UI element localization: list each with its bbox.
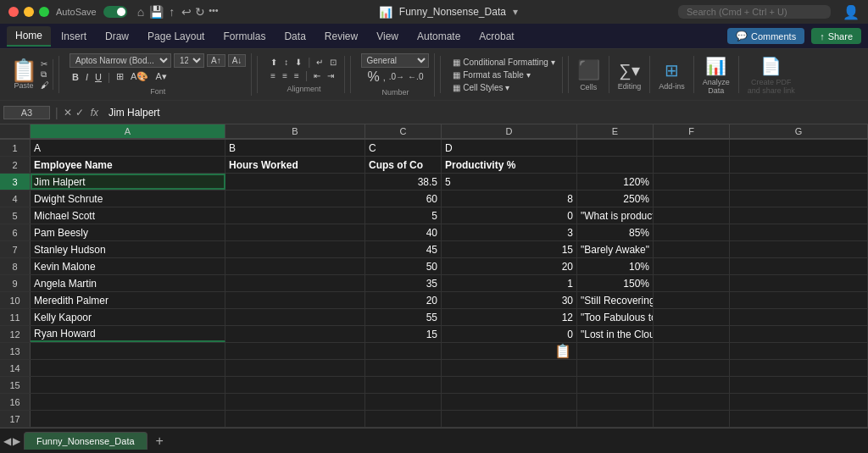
cell-a3[interactable]: Jim Halpert xyxy=(31,174,225,190)
font-select[interactable]: Aptos Narrow (Bod... xyxy=(70,53,171,68)
cell-a9[interactable]: Angela Martin xyxy=(31,275,225,291)
chevron-down-icon[interactable]: ▾ xyxy=(513,6,518,18)
cell-b16[interactable] xyxy=(225,394,365,410)
formula-input[interactable] xyxy=(105,106,865,119)
font-color-button[interactable]: A▾ xyxy=(153,70,169,83)
format-painter-icon[interactable]: 🖌 xyxy=(41,80,49,90)
tab-draw[interactable]: Draw xyxy=(97,27,137,46)
cell-e6[interactable]: 85% xyxy=(577,224,654,240)
cell-e13[interactable] xyxy=(577,343,654,359)
cell-a1[interactable]: A xyxy=(31,140,225,156)
cell-g3[interactable] xyxy=(730,174,868,190)
align-top-button[interactable]: ⬆ xyxy=(268,56,280,68)
cell-d10[interactable]: 30 xyxy=(442,292,577,308)
cell-b1[interactable]: B xyxy=(225,140,365,156)
col-header-g[interactable]: G xyxy=(730,124,868,139)
autosave-toggle[interactable] xyxy=(103,6,127,18)
col-header-a[interactable]: A xyxy=(31,124,225,139)
tab-acrobat[interactable]: Acrobat xyxy=(470,27,522,46)
tab-data[interactable]: Data xyxy=(275,27,314,46)
cell-b12[interactable] xyxy=(225,326,365,342)
cell-c17[interactable] xyxy=(365,411,442,427)
cell-g6[interactable] xyxy=(730,224,868,240)
tab-home[interactable]: Home xyxy=(7,26,51,47)
cancel-formula-icon[interactable]: ✕ xyxy=(64,107,72,119)
cell-g5[interactable] xyxy=(730,207,868,224)
cell-d6[interactable]: 3 xyxy=(442,224,577,240)
cut-icon[interactable]: ✂ xyxy=(41,59,49,69)
cell-e15[interactable] xyxy=(577,377,654,393)
cell-e1[interactable] xyxy=(577,140,654,156)
cell-g15[interactable] xyxy=(730,377,868,393)
cell-f4[interactable] xyxy=(654,191,730,207)
cell-a17[interactable] xyxy=(31,411,225,427)
cell-f16[interactable] xyxy=(654,394,730,410)
home-icon[interactable]: ⌂ xyxy=(137,5,144,19)
tab-insert[interactable]: Insert xyxy=(53,27,95,46)
window-controls[interactable] xyxy=(8,7,49,17)
cell-d12[interactable]: 0 xyxy=(442,326,577,342)
cell-e4[interactable]: 250% xyxy=(577,191,654,207)
close-button[interactable] xyxy=(8,7,19,17)
cell-c8[interactable]: 50 xyxy=(365,258,442,274)
cell-b15[interactable] xyxy=(225,377,365,393)
cell-c14[interactable] xyxy=(365,360,442,376)
createpdf-group[interactable]: 📄 Create PDF and share link xyxy=(744,52,798,97)
cell-f3[interactable] xyxy=(654,174,730,190)
cell-g9[interactable] xyxy=(730,275,868,291)
cell-b2[interactable]: Hours Worked xyxy=(225,157,365,173)
cell-f11[interactable] xyxy=(654,309,730,325)
align-left-button[interactable]: ≡ xyxy=(268,69,278,81)
cell-b17[interactable] xyxy=(225,411,365,427)
cell-a10[interactable]: Meredith Palmer xyxy=(31,292,225,308)
select-all-corner[interactable] xyxy=(0,124,31,139)
cell-d11[interactable]: 12 xyxy=(442,309,577,325)
cell-b4[interactable] xyxy=(225,191,365,207)
cell-b8[interactable] xyxy=(225,258,365,274)
prev-sheet-icon[interactable]: ◀ xyxy=(3,435,11,447)
confirm-formula-icon[interactable]: ✓ xyxy=(75,107,84,119)
align-bottom-button[interactable]: ⬇ xyxy=(292,56,304,68)
cell-d17[interactable] xyxy=(442,411,577,427)
border-button[interactable]: ⊞ xyxy=(114,70,126,83)
cell-b9[interactable] xyxy=(225,275,365,291)
cell-f2[interactable] xyxy=(654,157,730,173)
cell-d3[interactable]: 5 xyxy=(442,174,577,190)
cell-c4[interactable]: 60 xyxy=(365,191,442,207)
more-commands-icon[interactable]: ••• xyxy=(209,5,219,19)
align-middle-button[interactable]: ↕ xyxy=(281,56,291,68)
tab-automate[interactable]: Automate xyxy=(409,27,469,46)
tab-formulas[interactable]: Formulas xyxy=(214,27,274,46)
maximize-button[interactable] xyxy=(39,7,49,17)
cell-reference-input[interactable] xyxy=(3,106,50,119)
share-button[interactable]: ↑ Share xyxy=(811,28,861,44)
cell-d4[interactable]: 8 xyxy=(442,191,577,207)
cell-styles-button[interactable]: ▦ Cell Styles ▾ xyxy=(451,82,556,93)
col-header-e[interactable]: E xyxy=(577,124,654,139)
cell-a2[interactable]: Employee Name xyxy=(31,157,225,173)
tab-page-layout[interactable]: Page Layout xyxy=(139,27,213,46)
cell-e12[interactable]: "Lost in the Cloud" xyxy=(577,326,654,342)
account-icon[interactable]: 👤 xyxy=(843,4,860,20)
cell-c5[interactable]: 5 xyxy=(365,207,442,224)
cell-c15[interactable] xyxy=(365,377,442,393)
cell-d9[interactable]: 1 xyxy=(442,275,577,291)
cell-e10[interactable]: "Still Recovering" xyxy=(577,292,654,308)
cell-e17[interactable] xyxy=(577,411,654,427)
copy-icon[interactable]: ⧉ xyxy=(41,69,49,80)
cell-b5[interactable] xyxy=(225,207,365,224)
addins-group[interactable]: ⊞ Add-ins xyxy=(655,57,688,92)
cell-e7[interactable]: "Barely Awake" xyxy=(577,241,654,257)
search-input[interactable] xyxy=(678,5,831,19)
cell-e16[interactable] xyxy=(577,394,654,410)
cell-b6[interactable] xyxy=(225,224,365,240)
font-size-increase-button[interactable]: A↑ xyxy=(207,54,225,67)
comma-button[interactable]: , xyxy=(383,72,386,82)
cell-c2[interactable]: Cups of Co xyxy=(365,157,442,173)
col-header-f[interactable]: F xyxy=(654,124,730,139)
cell-a4[interactable]: Dwight Schrute xyxy=(31,191,225,207)
cell-b7[interactable] xyxy=(225,241,365,257)
cell-a5[interactable]: Michael Scott xyxy=(31,207,225,224)
cell-c3[interactable]: 38.5 xyxy=(365,174,442,190)
cell-f14[interactable] xyxy=(654,360,730,376)
